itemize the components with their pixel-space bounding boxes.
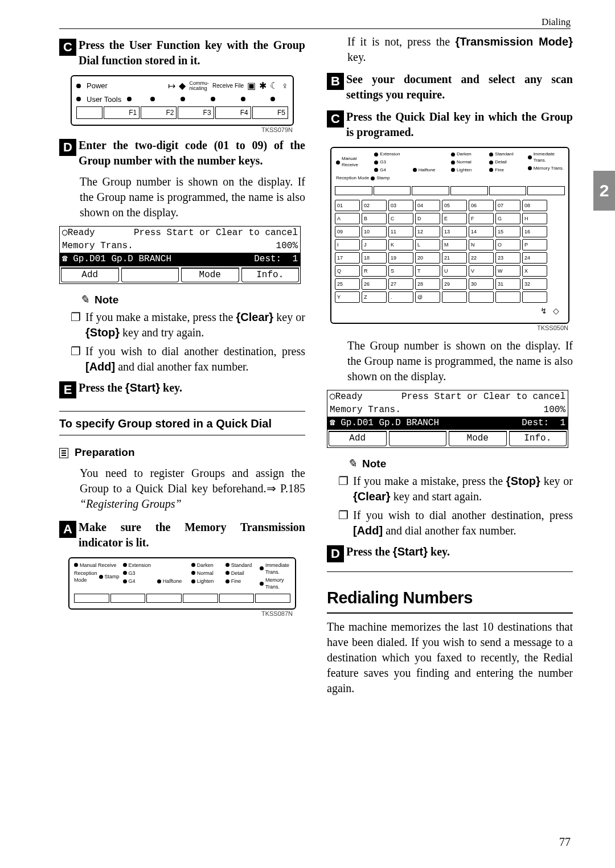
f2-button[interactable]: F2 (141, 106, 177, 119)
preparation-body: You need to register Groups and assign t… (80, 466, 305, 512)
quick-dial-key[interactable] (522, 291, 547, 303)
f-dot-icon (270, 97, 275, 101)
panel-button[interactable] (219, 594, 255, 603)
quick-dial-key[interactable]: 12 (415, 226, 440, 237)
quick-dial-key[interactable]: 15 (495, 226, 520, 237)
panel-button[interactable] (183, 594, 218, 603)
lcd-blank-button[interactable] (121, 268, 179, 282)
quick-dial-key[interactable]: 01 (335, 200, 360, 211)
quick-dial-key[interactable]: X (522, 265, 547, 277)
quick-dial-key[interactable]: K (388, 239, 413, 250)
quick-dial-key[interactable]: 06 (469, 200, 494, 211)
quick-dial-key[interactable] (495, 291, 520, 303)
quick-dial-key[interactable]: @ (415, 291, 440, 303)
f5-button[interactable]: F5 (252, 106, 288, 119)
quick-dial-key[interactable]: . (388, 291, 413, 303)
panel-button[interactable] (450, 186, 488, 195)
quick-dial-key[interactable]: 26 (362, 278, 387, 290)
quick-dial-key[interactable]: 29 (442, 278, 467, 290)
quick-dial-key[interactable]: 09 (335, 226, 360, 237)
quick-dial-key[interactable]: V (469, 265, 494, 277)
quick-dial-key[interactable]: F (469, 213, 494, 224)
quick-dial-key[interactable]: 24 (522, 252, 547, 264)
quick-dial-key[interactable]: 16 (522, 226, 547, 237)
lcd-add-button[interactable]: Add (61, 268, 119, 282)
quick-dial-key[interactable]: G (495, 213, 520, 224)
note-bullet-1-left: ❐ If you make a mistake, press the {Clea… (71, 310, 305, 340)
lcd-blank-button[interactable] (389, 431, 447, 446)
quick-dial-key[interactable]: M (442, 239, 467, 250)
quick-dial-key[interactable]: 07 (495, 200, 520, 211)
lcd-mode-button[interactable]: Mode (449, 431, 507, 446)
quick-dial-key[interactable]: 13 (442, 226, 467, 237)
quick-dial-key[interactable]: 23 (495, 252, 520, 264)
lcd-info-button[interactable]: Info. (509, 431, 567, 446)
f4-button[interactable]: F4 (215, 106, 251, 119)
panel-button[interactable] (335, 186, 372, 195)
quick-dial-key[interactable]: W (495, 265, 520, 277)
reception-row: Reception Mode Stamp (335, 175, 565, 184)
panel-button[interactable] (255, 594, 290, 603)
lcd-info-button[interactable]: Info. (241, 268, 300, 282)
quick-dial-key[interactable]: 19 (388, 252, 413, 264)
quick-dial-key[interactable] (442, 291, 467, 303)
quick-dial-key[interactable]: R (362, 265, 387, 277)
quick-dial-key[interactable]: L (415, 239, 440, 250)
quick-dial-key[interactable]: 14 (469, 226, 494, 237)
panel-button[interactable] (527, 186, 565, 195)
step-4-text: Enter the two-digit code (01 to 09) of t… (59, 138, 305, 168)
lcd-mode-button[interactable]: Mode (181, 268, 239, 282)
quick-dial-key[interactable]: 03 (388, 200, 413, 211)
panel-button[interactable] (412, 186, 449, 195)
quick-dial-key[interactable]: D (415, 213, 440, 224)
f1-button[interactable]: F1 (104, 106, 140, 119)
quick-dial-key[interactable]: Q (335, 265, 360, 277)
f3-button[interactable]: F3 (178, 106, 214, 119)
panel-button[interactable] (374, 186, 411, 195)
quick-dial-key[interactable]: I (335, 239, 360, 250)
quick-dial-key[interactable]: 18 (362, 252, 387, 264)
panel-button[interactable] (74, 594, 109, 603)
quick-dial-key[interactable]: 11 (388, 226, 413, 237)
step-b-number: B (327, 73, 344, 90)
page-number: 77 (559, 834, 571, 850)
quick-dial-key[interactable]: P (522, 239, 547, 250)
quick-dial-key[interactable]: 22 (469, 252, 494, 264)
panel-button[interactable] (110, 594, 146, 603)
quick-dial-key[interactable]: 08 (522, 200, 547, 211)
quick-dial-key[interactable]: Z (362, 291, 387, 303)
scroll-left-icon[interactable]: ↯ (540, 306, 547, 317)
quick-dial-key[interactable]: U (442, 265, 467, 277)
quick-dial-key[interactable]: 02 (362, 200, 387, 211)
panel-button[interactable] (489, 186, 527, 195)
led-icon (374, 153, 378, 157)
quick-dial-key[interactable]: A (335, 213, 360, 224)
quick-dial-key[interactable]: 21 (442, 252, 467, 264)
quick-dial-key[interactable]: Y (335, 291, 360, 303)
quick-dial-key[interactable]: 20 (415, 252, 440, 264)
quick-dial-key[interactable]: O (495, 239, 520, 250)
quick-dial-key[interactable]: N (469, 239, 494, 250)
quick-dial-key[interactable]: 10 (362, 226, 387, 237)
quick-dial-key[interactable]: E (442, 213, 467, 224)
quick-dial-key[interactable]: 17 (335, 252, 360, 264)
panel-button[interactable] (146, 594, 182, 603)
user-tools-button[interactable] (76, 106, 102, 119)
quick-dial-key[interactable]: S (388, 265, 413, 277)
quick-dial-key[interactable]: 30 (469, 278, 494, 290)
quick-dial-key[interactable]: T (415, 265, 440, 277)
lcd-add-button[interactable]: Add (329, 431, 387, 446)
quick-dial-key[interactable] (469, 291, 494, 303)
quick-dial-key[interactable]: 04 (415, 200, 440, 211)
scroll-right-icon[interactable]: ◇ (553, 306, 559, 317)
quick-dial-key[interactable]: 05 (442, 200, 467, 211)
quick-dial-key[interactable]: 27 (388, 278, 413, 290)
quick-dial-key[interactable]: 32 (522, 278, 547, 290)
quick-dial-key[interactable]: 31 (495, 278, 520, 290)
quick-dial-key[interactable]: 25 (335, 278, 360, 290)
quick-dial-key[interactable]: J (362, 239, 387, 250)
quick-dial-key[interactable]: B (362, 213, 387, 224)
quick-dial-key[interactable]: C (388, 213, 413, 224)
quick-dial-key[interactable]: H (522, 213, 547, 224)
quick-dial-key[interactable]: 28 (415, 278, 440, 290)
